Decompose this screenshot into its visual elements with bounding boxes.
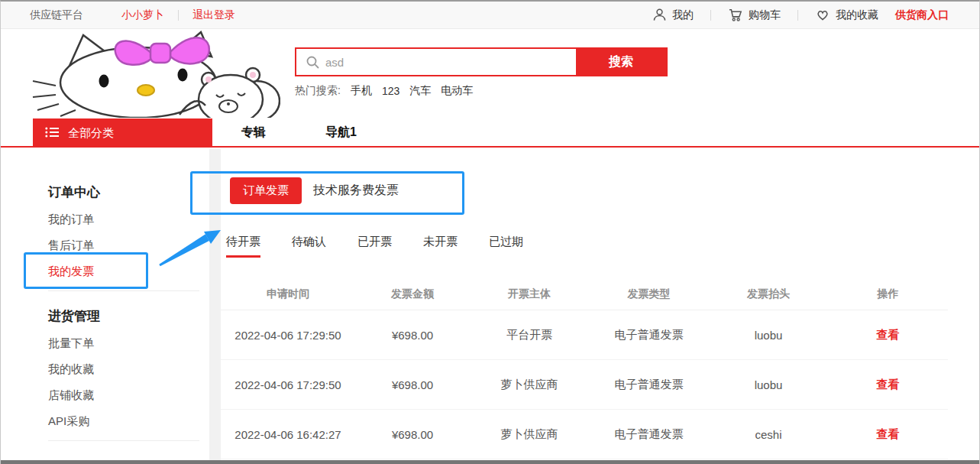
cell-title: ceshi <box>709 428 828 441</box>
topbar-right: 我的 购物车 我的收藏 供货商入口 <box>652 8 949 22</box>
status-tab-expired[interactable]: 已过期 <box>489 235 523 258</box>
table-header-row: 申请时间 发票金额 开票主体 发票类型 发票抬头 操作 <box>221 278 948 310</box>
view-link[interactable]: 查看 <box>828 378 948 392</box>
topbar-left: 供应链平台 小小萝卜 退出登录 <box>30 8 235 22</box>
cell-title: luobu <box>709 329 828 342</box>
person-icon <box>652 8 667 22</box>
col-invoice-type: 发票类型 <box>589 287 709 301</box>
search-icon <box>306 55 321 70</box>
col-action: 操作 <box>828 287 948 301</box>
invoice-table: 申请时间 发票金额 开票主体 发票类型 发票抬头 操作 2022-04-06 1… <box>221 278 948 459</box>
cell-apply-time: 2022-04-06 17:29:50 <box>221 329 355 342</box>
divider <box>710 10 711 21</box>
nav-item-nav1[interactable]: 导航1 <box>325 118 357 148</box>
search-box: 搜索 <box>295 47 668 76</box>
all-categories-button[interactable]: 全部分类 <box>33 118 212 148</box>
annotation-arrow <box>154 226 230 271</box>
cell-amount: ¥698.00 <box>355 378 470 391</box>
status-tab-to-confirm[interactable]: 待确认 <box>292 235 326 258</box>
divider <box>797 10 798 21</box>
all-categories-label: 全部分类 <box>68 126 114 141</box>
sidebar-section-order-center: 订单中心 <box>48 183 201 199</box>
sidebar-section-purchase-mgmt: 进货管理 <box>48 307 201 323</box>
hot-keyword[interactable]: 123 <box>382 85 399 97</box>
table-row: 2022-04-06 17:29:50 ¥698.00 萝卜供应商 电子普通发票… <box>221 360 948 410</box>
status-tab-not-invoiced[interactable]: 未开票 <box>423 235 458 258</box>
cell-amount: ¥698.00 <box>355 329 470 342</box>
cart-label: 购物车 <box>749 8 781 22</box>
cell-issuer: 平台开票 <box>470 328 589 342</box>
col-apply-time: 申请时间 <box>221 287 355 301</box>
hot-search-label: 热门搜索: <box>295 84 341 98</box>
cell-type: 电子普通发票 <box>589 328 709 342</box>
col-issuer: 开票主体 <box>470 287 589 301</box>
sidebar-item-shop-favorites[interactable]: 店铺收藏 <box>48 388 201 401</box>
my-account-label: 我的 <box>672 8 694 22</box>
col-invoice-title: 发票抬头 <box>709 287 828 301</box>
page: 供应链平台 小小萝卜 退出登录 我的 购物车 我的收藏 供货商入口 <box>0 0 980 464</box>
status-tabs: 待开票 待确认 已开票 未开票 已过期 <box>226 235 523 258</box>
window-bottom-edge <box>1 460 979 464</box>
heart-icon <box>815 8 830 22</box>
hamburger-icon <box>45 127 59 140</box>
cell-issuer: 萝卜供应商 <box>470 427 589 442</box>
sidebar-item-api-purchase[interactable]: API采购 <box>48 414 201 427</box>
annotation-box-tabs <box>190 171 464 215</box>
favorites-label: 我的收藏 <box>836 8 878 22</box>
status-tab-to-invoice[interactable]: 待开票 <box>226 235 260 258</box>
status-tab-invoiced[interactable]: 已开票 <box>357 235 392 258</box>
username-link[interactable]: 小小萝卜 <box>121 8 164 22</box>
header: 搜索 热门搜索: 手机 123 汽车 电动车 全部分类 专辑 导航1 <box>1 29 979 148</box>
hot-search: 热门搜索: 手机 123 汽车 电动车 <box>295 84 473 98</box>
cell-type: 电子普通发票 <box>589 427 709 442</box>
annotation-box-my-invoices <box>24 252 148 289</box>
cell-amount: ¥698.00 <box>355 428 470 441</box>
cell-apply-time: 2022-04-06 16:42:27 <box>221 428 355 441</box>
col-invoice-amount: 发票金额 <box>355 287 470 301</box>
sidebar-item-bulk-order[interactable]: 批量下单 <box>48 336 201 349</box>
table-row: 2022-04-06 17:29:50 ¥698.00 平台开票 电子普通发票 … <box>221 310 948 360</box>
cat-logo <box>30 31 280 118</box>
cart-icon <box>728 8 743 22</box>
logout-link[interactable]: 退出登录 <box>192 8 235 22</box>
cell-title: luobu <box>709 378 828 391</box>
hot-keyword[interactable]: 手机 <box>351 84 372 98</box>
brand-text: 供应链平台 <box>30 8 83 22</box>
divider <box>178 10 179 21</box>
sidebar-divider <box>48 290 199 291</box>
cell-issuer: 萝卜供应商 <box>470 378 589 392</box>
nav-item-album[interactable]: 专辑 <box>241 118 266 148</box>
supplier-entry-link[interactable]: 供货商入口 <box>895 8 949 22</box>
cell-apply-time: 2022-04-06 17:29:50 <box>221 378 355 391</box>
search-input[interactable] <box>296 49 576 75</box>
search-input-wrap <box>296 49 576 75</box>
sidebar-item-my-orders[interactable]: 我的订单 <box>48 213 201 225</box>
hot-keyword[interactable]: 电动车 <box>441 84 473 98</box>
topbar: 供应链平台 小小萝卜 退出登录 我的 购物车 我的收藏 供货商入口 <box>1 2 979 29</box>
sidebar-item-my-favorites[interactable]: 我的收藏 <box>48 362 201 375</box>
view-link[interactable]: 查看 <box>828 328 948 342</box>
table-row: 2022-04-06 16:42:27 ¥698.00 萝卜供应商 电子普通发票… <box>221 410 948 459</box>
view-link[interactable]: 查看 <box>828 427 948 442</box>
content-area: 订单中心 我的订单 售后订单 我的发票 进货管理 批量下单 我的收藏 店铺收藏 … <box>1 149 979 462</box>
sidebar-divider <box>48 440 199 441</box>
hot-keyword[interactable]: 汽车 <box>409 84 431 98</box>
nav-row: 全部分类 专辑 导航1 <box>1 118 979 148</box>
favorites-link[interactable]: 我的收藏 <box>815 8 878 22</box>
cart-link[interactable]: 购物车 <box>728 8 781 22</box>
search-button[interactable]: 搜索 <box>576 49 666 75</box>
cell-type: 电子普通发票 <box>589 378 709 392</box>
my-account-link[interactable]: 我的 <box>652 8 694 22</box>
sidebar: 订单中心 我的订单 售后订单 我的发票 进货管理 批量下单 我的收藏 店铺收藏 … <box>48 183 201 457</box>
